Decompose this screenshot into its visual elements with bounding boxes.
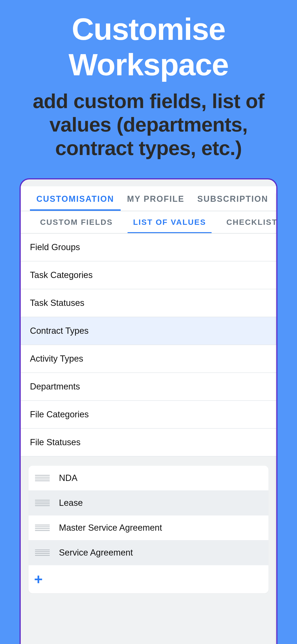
value-label: Lease bbox=[59, 498, 83, 508]
tab-subscription[interactable]: SUBSCRIPTION bbox=[191, 186, 275, 211]
value-row[interactable]: Lease bbox=[28, 490, 268, 516]
list-item-label: Contract Types bbox=[30, 326, 89, 336]
drag-handle-icon[interactable] bbox=[35, 525, 50, 531]
list-item-label: File Categories bbox=[30, 410, 89, 419]
secondary-tabs: CUSTOM FIELDS LIST OF VALUES CHECKLIST bbox=[21, 211, 276, 234]
list-item-field-groups[interactable]: Field Groups bbox=[21, 234, 276, 262]
tab-label: SUBSCRIPTION bbox=[197, 194, 268, 204]
values-panel: NDA Lease Master Service Agreement Servi… bbox=[21, 456, 276, 593]
list-item-task-statuses[interactable]: Task Statuses bbox=[21, 289, 276, 317]
list-item-label: Task Categories bbox=[30, 270, 92, 280]
list-item-label: File Statuses bbox=[30, 438, 80, 447]
primary-tabs: CUSTOMISATION MY PROFILE SUBSCRIPTION bbox=[21, 186, 276, 211]
tab-checklist[interactable]: CHECKLIST bbox=[216, 211, 276, 233]
list-item-label: Departments bbox=[30, 382, 80, 391]
drag-handle-icon[interactable] bbox=[35, 500, 50, 506]
hero-title: Customise Workspace bbox=[14, 12, 283, 82]
app-screen: CUSTOMISATION MY PROFILE SUBSCRIPTION CU… bbox=[21, 186, 276, 644]
values-card: NDA Lease Master Service Agreement Servi… bbox=[28, 466, 268, 593]
drag-handle-icon[interactable] bbox=[35, 475, 50, 481]
list-item-activity-types[interactable]: Activity Types bbox=[21, 345, 276, 373]
tab-custom-fields[interactable]: CUSTOM FIELDS bbox=[30, 211, 123, 233]
tab-list-of-values[interactable]: LIST OF VALUES bbox=[123, 211, 216, 233]
list-item-label: Activity Types bbox=[30, 354, 83, 364]
value-label: NDA bbox=[59, 473, 77, 483]
tab-label: MY PROFILE bbox=[127, 194, 184, 204]
device-frame: CUSTOMISATION MY PROFILE SUBSCRIPTION CU… bbox=[20, 178, 278, 644]
list-item-contract-types[interactable]: Contract Types bbox=[21, 317, 276, 345]
value-label: Master Service Agreement bbox=[59, 523, 162, 533]
tab-label: LIST OF VALUES bbox=[133, 218, 206, 226]
list-item-file-categories[interactable]: File Categories bbox=[21, 401, 276, 429]
hero-subtitle: add custom fields, list of values (depar… bbox=[14, 89, 283, 160]
value-row[interactable]: NDA bbox=[28, 466, 268, 490]
list-item-departments[interactable]: Departments bbox=[21, 373, 276, 401]
value-label: Service Agreement bbox=[59, 548, 133, 558]
tab-label: CUSTOMISATION bbox=[36, 194, 114, 204]
list-item-label: Field Groups bbox=[30, 242, 80, 252]
list-item-label: Task Statuses bbox=[30, 298, 84, 308]
scroll-indicator bbox=[275, 193, 276, 644]
list-item-file-statuses[interactable]: File Statuses bbox=[21, 429, 276, 456]
value-row[interactable]: Service Agreement bbox=[28, 540, 268, 565]
plus-icon: + bbox=[34, 571, 42, 588]
drag-handle-icon[interactable] bbox=[35, 550, 50, 556]
add-value-button[interactable]: + bbox=[28, 565, 268, 593]
tab-label: CHECKLIST bbox=[226, 218, 276, 226]
hero: Customise Workspace add custom fields, l… bbox=[0, 0, 297, 178]
category-list: Field Groups Task Categories Task Status… bbox=[21, 234, 276, 456]
tab-label: CUSTOM FIELDS bbox=[40, 218, 113, 226]
tab-my-profile[interactable]: MY PROFILE bbox=[121, 186, 191, 211]
tab-customisation[interactable]: CUSTOMISATION bbox=[30, 186, 121, 211]
list-item-task-categories[interactable]: Task Categories bbox=[21, 262, 276, 289]
value-row[interactable]: Master Service Agreement bbox=[28, 516, 268, 540]
